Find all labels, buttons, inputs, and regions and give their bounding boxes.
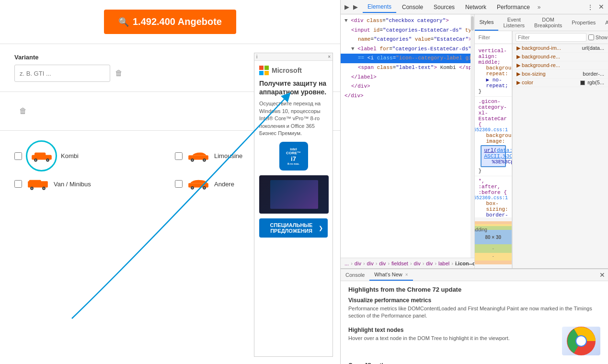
more-tabs-icon[interactable]: » [538,4,541,11]
tree-line[interactable]: </div> [341,82,474,91]
delete-icon[interactable]: 🗑 [115,69,123,78]
tree-line[interactable]: <input id="categories-EstateCar-ds" type… [341,26,474,35]
bottom-tab-console[interactable]: Console [341,270,369,280]
tree-line[interactable]: <span class="label-text"> Kombi </span> [341,63,474,73]
css-rule: vertical-align: middle; background-repea… [475,46,512,97]
special-offers-button[interactable]: СПЕЦИАЛЬНЫЕ ПРЕДЛОЖЕНИЯ ❯ [259,218,328,238]
tree-line[interactable]: <div class="checkbox category"> [341,16,474,26]
computed-filter-input[interactable] [516,33,586,42]
close-devtools-button[interactable]: ✕ [598,3,604,11]
kombi-checkbox[interactable] [14,152,22,160]
breadcrumb-div2[interactable]: div [367,261,374,266]
list-item[interactable]: ▶ background-im... url(data... [513,44,608,53]
tree-scrollbar[interactable] [470,14,474,258]
devtools-cursor-icon[interactable]: ▶ [344,3,349,11]
breadcrumb-active[interactable]: i.icon--category-label.gicon-category-xl… [455,261,474,266]
tree-line[interactable]: name="categories" value="EstateCar"> [341,35,474,45]
devtools-bottom-panel: Console What's New × ✕ Highlights from t… [341,268,608,364]
search-button[interactable]: 🔍 1.492.400 Angebote [104,10,236,34]
list-item: Kombi [14,140,165,171]
comp-prop-name: ▶ box-sizing [516,71,546,77]
svg-rect-1 [34,152,46,156]
limousine-car-icon [186,149,210,163]
highlight-body: Performance metrics like DOMContentLoade… [348,305,600,320]
ad-body: Осуществите переход на Windows 10, проце… [259,100,328,137]
kombi-label: Kombi [61,152,79,159]
devtools-toolbar: ▶ ▶ Elements Console Sources Network Per… [341,0,608,14]
tab-console[interactable]: Console [397,2,428,12]
ad-title: Получите защиту на аппаратном уровне. [259,79,328,96]
breadcrumb-div4[interactable]: div [414,261,421,266]
bottom-panel-close-button[interactable]: ✕ [599,271,605,279]
list-item[interactable]: ▶ color rgb(5... [513,79,608,87]
variante-input[interactable] [14,65,110,82]
van-checkbox[interactable] [14,180,22,188]
css-file-link[interactable]: dsp.47c6314b747...77552369.css:1 [475,127,508,133]
andere-label: Andere [214,181,234,188]
breadcrumb-label[interactable]: label [438,261,449,266]
breadcrumb-dots[interactable]: ... [344,261,349,266]
svg-point-21 [204,187,205,189]
special-offers-label: СПЕЦИАЛЬНЫЕ ПРЕДЛОЖЕНИЯ [264,222,319,234]
svg-point-9 [192,159,193,160]
laptop-screen [270,180,318,209]
subtab-properties[interactable]: Properties [567,14,600,31]
tree-scrollbar-thumb[interactable] [471,16,474,31]
whats-new-title: Highlights from the Chrome 72 update [348,286,600,293]
css-file-link[interactable]: dsp.47c6314b747...77552369.css:1 [475,195,508,201]
breadcrumb: ... › div › div › div › fieldset › div ›… [341,258,474,268]
bottom-tab-whats-new[interactable]: What's New × [369,269,413,281]
content-dimensions: 80 × 30 [485,235,501,240]
list-item[interactable]: ▶ background-re... [513,61,608,70]
andere-checkbox[interactable] [175,180,183,188]
tab-network[interactable]: Network [460,2,491,12]
padding-label: padding [475,227,487,232]
styles-filter-input[interactable] [479,34,513,40]
tree-line-selected[interactable]: == <i class="icon--category-label gicon-… [341,54,474,63]
subtab-event-listeners[interactable]: Event Listeners [498,14,529,31]
tab-elements[interactable]: Elements [363,1,396,13]
comp-prop-value: url(data... [582,45,604,51]
settings-icon[interactable]: ⋮ [586,3,595,11]
subtab-styles[interactable]: Styles [475,14,499,31]
list-item[interactable]: ▶ box-sizing border-... [513,70,608,79]
microsoft-logo [259,66,269,75]
comp-prop-value: border-... [583,71,604,77]
breadcrumb-div5[interactable]: div [426,261,433,266]
list-item: Highlight text nodes Hover over a text n… [348,327,600,355]
subtab-accessibility[interactable]: Accessibility [600,14,608,31]
kombi-highlighted-ring [26,140,57,171]
delete-row-icon[interactable]: 🗑 [19,107,27,115]
tree-line[interactable]: </label> [341,73,474,82]
ad-close-icon[interactable]: × [328,54,331,59]
tree-line[interactable]: </div> [341,91,474,101]
computed-panel: Show all ▶ background-im... url(data... … [512,31,608,268]
tree-line[interactable]: <label for="categories-EstateCar-ds"> [341,45,474,54]
styles-subtabs: Styles Event Listeners DOM Breakpoints P… [475,14,608,31]
css-selector: *, :after, :before { [479,178,507,195]
svg-point-16 [43,188,45,189]
limousine-checkbox[interactable] [175,152,183,160]
styles-filter-bar: :hov .cls + [475,31,512,44]
tab-sources[interactable]: Sources [429,2,459,12]
show-all-toggle[interactable] [588,34,594,40]
comp-prop-name: ▶ background-re... [516,62,560,68]
limousine-label: Limousine [214,152,242,159]
whats-new-close-icon[interactable]: × [405,272,408,277]
show-all-label: Show all [596,35,608,40]
show-all-checkbox[interactable]: Show all [588,34,608,40]
list-item[interactable]: ▶ background-re... [513,53,608,61]
svg-point-15 [31,188,33,189]
svg-rect-12 [29,180,41,183]
tree-expand-icon[interactable] [344,18,348,23]
breadcrumb-fieldset[interactable]: fieldset [391,261,408,266]
ad-info-icon[interactable]: i [256,54,257,59]
devtools-phone-icon[interactable]: ▶ [353,3,358,11]
subtab-dom-breakpoints[interactable]: DOM Breakpoints [529,14,567,31]
breadcrumb-div3[interactable]: div [379,261,386,266]
tab-performance[interactable]: Performance [492,2,535,12]
tree-expand-icon[interactable] [351,46,355,52]
microsoft-brand: Microsoft [272,67,302,74]
breadcrumb-div1[interactable]: div [355,261,361,266]
search-icon: 🔍 [118,17,129,27]
